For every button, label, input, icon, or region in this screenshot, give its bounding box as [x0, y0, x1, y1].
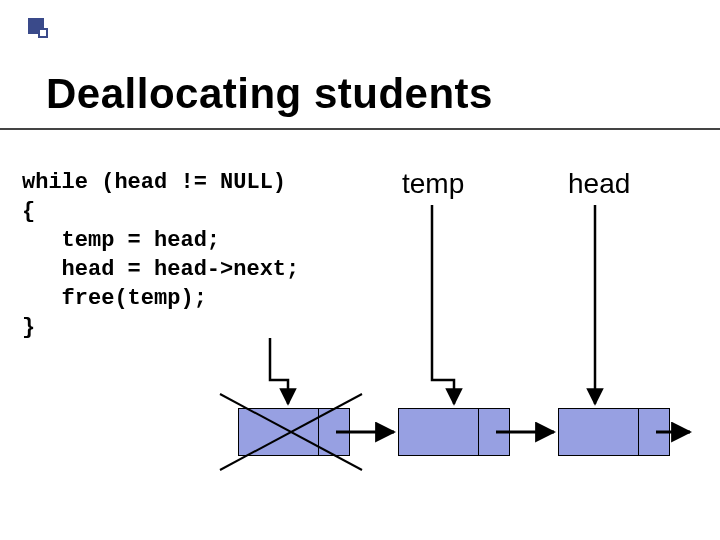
arrow-prev-temp-to-node1 — [270, 338, 288, 404]
arrow-temp-to-node2 — [432, 205, 454, 404]
diagram-arrows — [0, 0, 720, 540]
